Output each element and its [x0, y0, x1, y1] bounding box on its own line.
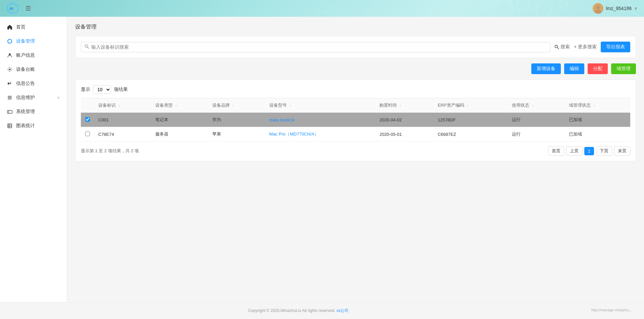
cell-id: C001	[94, 113, 151, 127]
col-header-type[interactable]: 设备类型 ↕	[151, 98, 208, 113]
sidebar-item-info-maintenance[interactable]: 信息维护 ∨	[0, 91, 67, 105]
cell-id: C78E74	[94, 127, 151, 142]
last-page-button[interactable]: 末页	[614, 146, 630, 156]
col-header-id[interactable]: 设备标识 ↕	[94, 98, 151, 113]
sidebar-item-ledger-label: 设备台账	[16, 66, 60, 72]
more-search-button[interactable]: + 更多搜索	[574, 44, 597, 50]
page-size-select[interactable]: 10 20 50	[93, 85, 111, 94]
export-button[interactable]: 导出报表	[601, 42, 630, 52]
assign-button[interactable]: 分配	[588, 63, 608, 74]
logo-icon: Ai	[7, 2, 19, 14]
sidebar-item-account-info[interactable]: 账户信息	[0, 48, 67, 62]
sidebar-item-bulletin-label: 信息公告	[16, 81, 60, 87]
arrow-down-icon: ∨	[57, 95, 60, 100]
cell-status: 运行	[508, 113, 565, 127]
search-icon	[85, 44, 89, 50]
svg-rect-17	[8, 83, 9, 85]
svg-point-12	[596, 5, 600, 9]
col-header-domain-status[interactable]: 域管理状态 ↕	[565, 98, 630, 113]
search-input-wrap[interactable]	[81, 42, 550, 52]
chevron-down-icon: ∨	[634, 6, 637, 11]
add-device-button[interactable]: 新增设备	[531, 63, 561, 74]
svg-point-2	[536, 3, 551, 17]
cell-erp: C6687EZ	[434, 127, 508, 142]
table-row: C001 笔记本 华为 mate book14 2020-04-02 12578…	[81, 113, 630, 127]
list-icon	[7, 95, 13, 101]
search-button[interactable]: 搜索	[554, 44, 570, 50]
id-card-icon	[7, 109, 13, 115]
svg-rect-21	[7, 110, 12, 113]
footer-right-text: http://manage.minazhu...	[591, 308, 632, 312]
main-content: 设备管理 搜索 + 更多搜索	[67, 17, 644, 319]
cell-brand: 苹果	[208, 127, 265, 142]
sort-icon-date: ↕	[399, 104, 401, 107]
table-row: C78E74 服务器 苹果 Mac Pro（MD770CH/A） 2020-05…	[81, 127, 630, 142]
sidebar: 首页 设备管理 账户信息	[0, 17, 67, 319]
circle-outline-icon	[7, 38, 13, 44]
sidebar-item-system-label: 系统管理	[16, 109, 60, 115]
domain-manage-button[interactable]: 域管理	[611, 63, 636, 74]
row-checkbox-cell[interactable]	[81, 113, 94, 127]
col-header-model[interactable]: 设备型号 ↕	[265, 98, 376, 113]
svg-point-0	[494, 0, 513, 17]
show-label: 显示	[81, 87, 90, 93]
sidebar-item-home-label: 首页	[16, 24, 60, 30]
svg-point-29	[555, 45, 557, 48]
row-checkbox[interactable]	[85, 131, 90, 136]
search-bar: 搜索 + 更多搜索 导出报表	[75, 36, 636, 58]
footer: Copyright © 2020,MinazhuLiu All rights r…	[0, 302, 644, 319]
svg-rect-18	[8, 96, 12, 97]
data-table: 设备标识 ↕ 设备类型 ↕ 设备品牌 ↕ 设备型号	[81, 98, 630, 142]
svg-point-15	[9, 53, 11, 55]
header: Ai ☰ lmz_954186 ∨	[0, 0, 644, 17]
cell-brand: 华为	[208, 113, 265, 127]
current-page-button[interactable]: 1	[584, 147, 594, 155]
next-page-button[interactable]: 下页	[596, 146, 612, 156]
svg-text:Ai: Ai	[9, 6, 13, 11]
sidebar-item-home[interactable]: 首页	[0, 20, 67, 34]
table-controls: 显示 10 20 50 项结果	[81, 85, 630, 94]
svg-line-30	[557, 48, 559, 49]
action-bar: 新增设备 编辑 分配 域管理	[75, 63, 636, 74]
sidebar-item-system-management[interactable]: 系统管理	[0, 105, 67, 119]
gear-icon	[7, 66, 13, 72]
footer-link[interactable]: xx公司	[336, 308, 348, 313]
col-header-purchase-date[interactable]: 购置时间 ↕	[375, 98, 434, 113]
edit-button[interactable]: 编辑	[564, 63, 584, 74]
cell-domain-status: 已加域	[565, 127, 630, 142]
result-label: 项结果	[114, 87, 128, 93]
user-menu[interactable]: lmz_954186 ∨	[593, 3, 637, 14]
sidebar-item-device-management[interactable]: 设备管理	[0, 34, 67, 48]
sidebar-item-maintenance-label: 信息维护	[16, 95, 54, 101]
col-header-status[interactable]: 使用状态 ↕	[508, 98, 565, 113]
sort-icon-model: ↕	[289, 104, 291, 107]
cell-type: 服务器	[151, 127, 208, 142]
cell-type: 笔记本	[151, 113, 208, 127]
row-checkbox[interactable]	[85, 117, 90, 122]
sort-icon-domain: ↕	[593, 104, 595, 107]
col-header-brand[interactable]: 设备品牌 ↕	[208, 98, 265, 113]
svg-point-14	[8, 39, 12, 43]
cell-purchase-date: 2020-04-02	[375, 113, 434, 127]
first-page-button[interactable]: 首页	[548, 146, 564, 156]
person-icon	[7, 52, 13, 58]
svg-point-5	[337, 5, 347, 15]
sort-icon-erp: ↕	[467, 104, 468, 107]
svg-rect-23	[8, 124, 12, 128]
sidebar-item-device-management-label: 设备管理	[16, 38, 60, 44]
row-checkbox-cell[interactable]	[81, 127, 94, 142]
menu-toggle-icon[interactable]: ☰	[25, 5, 31, 12]
svg-rect-20	[8, 99, 12, 99]
prev-page-button[interactable]: 上页	[566, 146, 582, 156]
sidebar-item-chart-label: 图表统计	[16, 123, 60, 129]
megaphone-icon	[7, 81, 13, 87]
sidebar-item-chart-statistics[interactable]: 图表统计	[0, 119, 67, 133]
sidebar-item-device-ledger[interactable]: 设备台账	[0, 62, 67, 76]
search-input[interactable]	[91, 44, 547, 50]
col-header-erp[interactable]: ERP资产编码 ↕	[434, 98, 508, 113]
svg-point-3	[559, 0, 568, 7]
cell-domain-status: 已加域	[565, 113, 630, 127]
header-left: Ai ☰	[7, 2, 31, 14]
sidebar-item-info-bulletin[interactable]: 信息公告	[0, 76, 67, 91]
table-icon	[7, 123, 13, 129]
